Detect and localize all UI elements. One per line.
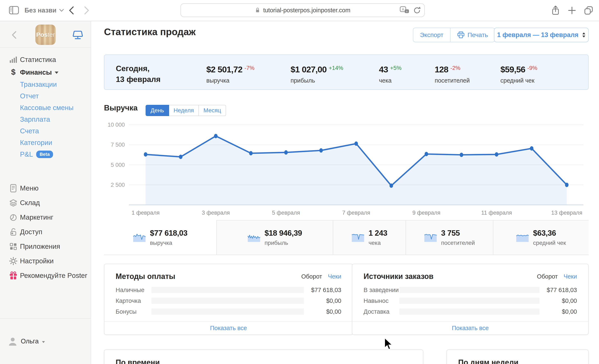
sidebar-collapse-icon[interactable]	[11, 30, 17, 40]
svg-text:2 500: 2 500	[111, 182, 125, 188]
sidebar-item[interactable]: Настройки	[0, 254, 91, 268]
date-range-picker[interactable]: 1 февраля — 13 февраля	[494, 28, 589, 42]
revenue-tab[interactable]: Неделя	[169, 105, 199, 116]
stat-value: 1 243	[369, 229, 387, 238]
period-stat[interactable]: $18 946,39прибыль	[216, 220, 333, 255]
sidebar-subitem-pnl[interactable]: P&LBeta	[0, 149, 91, 160]
sidebar-item[interactable]: Доступ	[0, 225, 91, 239]
export-button[interactable]: Экспорт	[413, 28, 450, 42]
url-text: tutorial-posterpos.joinposter.com	[263, 7, 350, 14]
period-stat[interactable]: 3 755посетителей	[405, 220, 493, 255]
browser-forward-button[interactable]	[84, 6, 89, 15]
svg-text:A: A	[402, 8, 404, 11]
payment-methods-panel: Методы оплаты ОборотЧеки Наличные$77 618…	[104, 264, 353, 335]
new-tab-icon[interactable]	[568, 6, 576, 15]
today-title: Сегодня, 13 февраля	[116, 63, 160, 85]
panel-title: По дням недели	[447, 350, 588, 364]
bar-label: Карточка	[116, 297, 151, 304]
stat-label: чека	[369, 240, 381, 246]
bar-chart-icon	[9, 55, 18, 64]
stat-label: средний чек	[533, 240, 566, 246]
layers-icon	[9, 198, 18, 207]
export-label: Экспорт	[420, 31, 443, 38]
tab-overview-icon[interactable]	[584, 6, 593, 15]
sidebar-item[interactable]: Склад	[0, 195, 91, 210]
lock-icon	[255, 7, 260, 14]
period-stat[interactable]: $77 618,03выручка	[104, 220, 216, 255]
print-button[interactable]: Печать	[450, 28, 495, 42]
by-time-panel: По времени	[104, 349, 423, 364]
sidebar-subitem[interactable]: Кассовые смены	[0, 102, 91, 114]
sparkline-icon	[247, 233, 260, 242]
show-all-link[interactable]: Показать все	[104, 321, 352, 335]
bar-value: $0,00	[539, 308, 577, 315]
stat-label: выручка	[150, 240, 172, 246]
today-summary-card: Сегодня, 13 февраля $2 501,72-7%выручка$…	[104, 54, 589, 90]
svg-text:7 500: 7 500	[111, 142, 125, 148]
translate-icon[interactable]: Ax	[400, 6, 409, 14]
today-stat: $1 027,00+14%прибыль	[291, 65, 343, 84]
toggle-option[interactable]: Чеки	[328, 273, 341, 280]
sidebar-item[interactable]: Маркетинг	[0, 210, 91, 225]
stat-value: 43	[379, 65, 388, 74]
browser-back-button[interactable]	[69, 6, 74, 15]
bar-track	[399, 287, 539, 293]
sidebar-item[interactable]: Статистика	[0, 53, 91, 66]
bar-row: Бонусы$0,00	[104, 306, 352, 317]
date-range-value: 1 февраля — 13 февраля	[497, 31, 578, 39]
order-sources-panel: Источники заказов ОборотЧеки В заведении…	[352, 264, 589, 335]
bar-value: $77 618,03	[304, 287, 341, 293]
chevron-down-icon	[42, 341, 45, 343]
revenue-tab[interactable]: Месяц	[198, 105, 226, 116]
period-stat[interactable]: $63,36средний чек	[493, 220, 589, 255]
user-name: Ольга	[21, 337, 39, 345]
period-stat[interactable]: 1 243чека	[333, 220, 405, 255]
metric-toggle: ОборотЧеки	[301, 273, 341, 280]
terminal-icon[interactable]	[72, 30, 83, 40]
bar-row: Навынос$0,00	[352, 295, 588, 306]
sidebar-item[interactable]: Меню	[0, 181, 91, 195]
stat-value: $18 946,39	[264, 229, 302, 238]
bar-label: Бонусы	[116, 308, 151, 315]
sidebar-subitem[interactable]: Категории	[0, 137, 91, 149]
bar-label: Навынос	[364, 297, 399, 304]
toggle-option[interactable]: Оборот	[537, 273, 558, 280]
gear-icon	[9, 257, 18, 266]
reload-icon[interactable]	[413, 6, 421, 14]
svg-text:1 февраля: 1 февраля	[132, 210, 160, 216]
bar-value: $0,00	[304, 308, 341, 315]
stat-delta: +5%	[390, 65, 402, 71]
sidebar-toggle-icon[interactable]	[9, 6, 19, 15]
gift-icon	[9, 271, 18, 280]
bar-row: В заведении$77 618,03	[352, 284, 588, 295]
address-bar[interactable]: tutorial-posterpos.joinposter.com Ax	[181, 3, 425, 17]
metric-toggle: ОборотЧеки	[537, 273, 577, 280]
share-icon[interactable]	[551, 5, 560, 16]
svg-text:10 000: 10 000	[107, 122, 125, 128]
stat-value: $2 501,72	[206, 65, 242, 74]
sidebar-subitem[interactable]: Счета	[0, 125, 91, 137]
stat-delta: -9%	[527, 65, 537, 71]
user-menu[interactable]: Ольга	[0, 318, 91, 364]
bar-track	[151, 309, 304, 315]
toggle-option[interactable]: Оборот	[301, 273, 322, 280]
svg-text:x: x	[406, 10, 408, 13]
sidebar-item[interactable]: $Финансы	[0, 66, 91, 79]
sidebar-item[interactable]: Рекомендуйте Poster	[0, 268, 91, 283]
sidebar-subitem[interactable]: Отчет	[0, 90, 91, 102]
sidebar-item-label: Приложения	[20, 242, 60, 250]
sidebar-item[interactable]: Приложения	[0, 239, 91, 254]
tab-group-menu[interactable]: Без назви	[25, 0, 64, 21]
chevron-down-icon	[55, 71, 58, 74]
revenue-tab[interactable]: День	[146, 105, 169, 116]
sidebar-subitem[interactable]: Зарплата	[0, 114, 91, 125]
today-stat: 128-2%посетителей	[435, 65, 470, 84]
poster-logo[interactable]: Poster	[35, 25, 56, 45]
beta-badge: Beta	[36, 151, 53, 158]
toggle-option[interactable]: Чеки	[564, 273, 577, 280]
sidebar-subitem[interactable]: Транзакции	[0, 79, 91, 90]
poster-logo-text: Poster	[36, 31, 55, 38]
show-all-link[interactable]: Показать все	[352, 321, 588, 335]
bar-value: $77 618,03	[539, 287, 577, 293]
revenue-chart: 10 0007 5005 0002 5001 февраля3 февраля5…	[104, 121, 589, 219]
